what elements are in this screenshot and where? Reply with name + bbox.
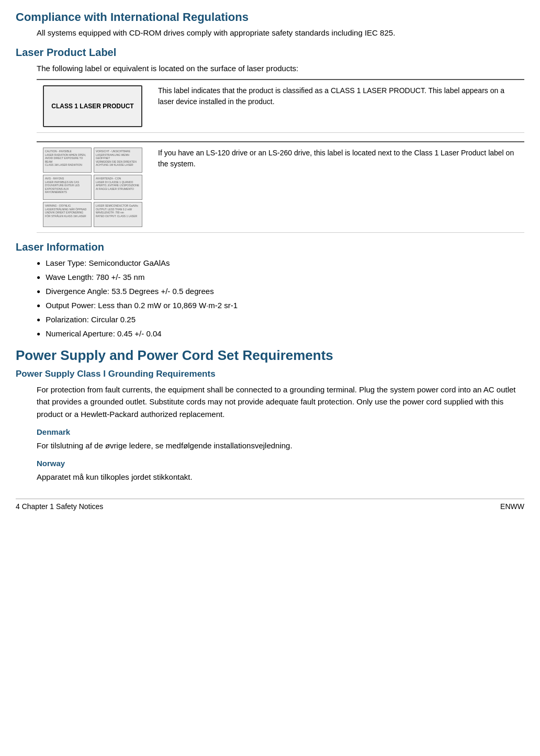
power-supply-class1-text: For protection from fault currents, the … (37, 383, 524, 420)
laser-info-list: Laser Type: Semiconductor GaAlAs Wave Le… (37, 258, 524, 338)
multi-label-description: If you have an LS-120 drive or an LS-260… (152, 142, 524, 233)
laser-info-item-3: Divergence Angle: 53.5 Degrees +/- 0.5 d… (37, 287, 524, 296)
multi-label-grid: CAUTION - INVISIBLELASER RADIATION WHEN … (43, 148, 142, 227)
compliance-title: Compliance with International Regulation… (16, 10, 524, 24)
class1-laser-product-label: CLASS 1 LASER PRODUCT (43, 85, 142, 127)
mini-label-1: CAUTION - INVISIBLELASER RADIATION WHEN … (43, 148, 92, 173)
label-table-2: CAUTION - INVISIBLELASER RADIATION WHEN … (37, 141, 524, 233)
laser-info-item-2: Wave Length: 780 +/- 35 nm (37, 273, 524, 281)
mini-label-4: AVVERTENZA - CONLASER DI CLASSE 1 QUANDO… (94, 175, 142, 200)
laser-info-item-6: Numerical Aperture: 0.45 +/- 0.04 (37, 329, 524, 338)
mini-label-5: VARNING - OSYNLIGLASERSTRÅLNING NÄR ÖPPN… (43, 202, 92, 227)
multi-label-image-cell: CAUTION - INVISIBLELASER RADIATION WHEN … (37, 142, 152, 233)
laser-product-label-title: Laser Product Label (16, 47, 524, 59)
denmark-text: For tilslutning af de øvrige ledere, se … (37, 439, 524, 452)
mini-label-2: VORSICHT - UNSICHTBARELASERSTRAHLUNG WEN… (94, 148, 142, 173)
laser-product-label-intro: The following label or equivalent is loc… (37, 64, 524, 73)
norway-text: Apparatet må kun tilkoples jordet stikko… (37, 471, 524, 483)
laser-info-item-5: Polarization: Circular 0.25 (37, 315, 524, 324)
footer-left: 4 Chapter 1 Safety Notices (16, 502, 103, 511)
laser-info-item-1: Laser Type: Semiconductor GaAlAs (37, 258, 524, 267)
laser-information-title: Laser Information (16, 241, 524, 253)
power-supply-class1-title: Power Supply Class I Grounding Requireme… (16, 369, 524, 379)
mini-label-3: AVIS - RAYONSLASER INVISIBLES EN CASD'OU… (43, 175, 92, 200)
mini-label-6: LASER SEMICONDUCTOR GaAlAsOUTPUT: LESS T… (94, 202, 142, 227)
laser-info-item-4: Output Power: Less than 0.2 mW or 10,869… (37, 301, 524, 310)
footer-right: ENWW (500, 502, 524, 511)
class1-label-description: This label indicates that the product is… (152, 80, 524, 133)
norway-title: Norway (37, 459, 524, 468)
compliance-intro: All systems equipped with CD-ROM drives … (37, 28, 524, 37)
denmark-title: Denmark (37, 427, 524, 436)
footer-bar: 4 Chapter 1 Safety Notices ENWW (16, 499, 524, 511)
class1-label-image-cell: CLASS 1 LASER PRODUCT (37, 80, 152, 133)
power-supply-title: Power Supply and Power Cord Set Requirem… (16, 347, 524, 364)
label-table-1: CLASS 1 LASER PRODUCT This label indicat… (37, 79, 524, 133)
